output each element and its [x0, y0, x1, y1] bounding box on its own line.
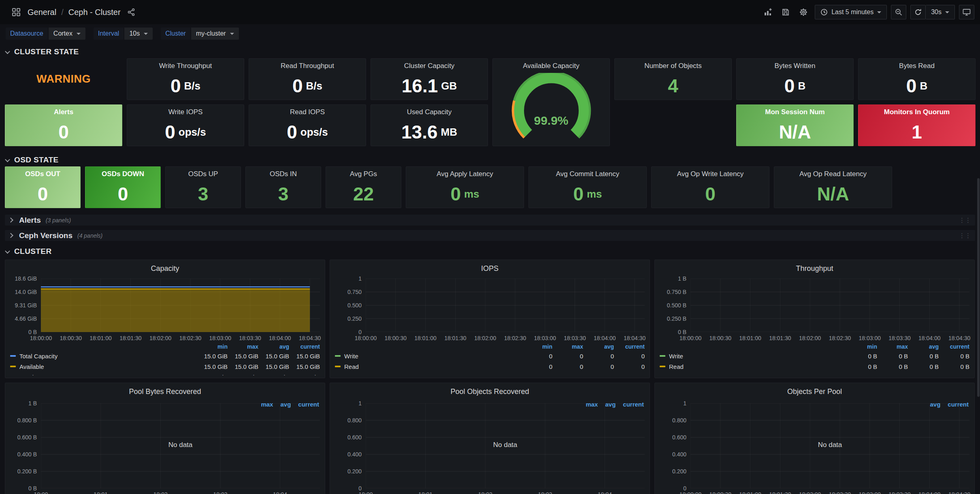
panel-title[interactable]: OSDs OUT — [5, 167, 80, 180]
legend-column-avg[interactable]: avg — [605, 401, 616, 408]
save-dashboard-icon[interactable] — [778, 5, 793, 19]
refresh-icon[interactable] — [910, 5, 926, 19]
section-cluster-state[interactable]: CLUSTER STATE — [6, 46, 974, 57]
stat-number: 3 — [198, 185, 209, 203]
legend-column-max[interactable]: max — [261, 401, 273, 408]
zoom-out-time-icon[interactable] — [891, 5, 906, 19]
panel-title[interactable]: Used Capacity — [371, 105, 488, 118]
section-ceph-versions-collapsed[interactable]: Ceph Versions (4 panels) ⋮⋮ — [5, 230, 975, 241]
drag-handle-icon[interactable]: ⋮⋮ — [959, 217, 971, 224]
legend-series-used[interactable]: Used13.0 MiB13.6 MiB13.3 MiB13.6 MiB — [10, 372, 320, 375]
legend-series-available[interactable]: Available15.0 GiB15.0 GiB15.0 GiB15.0 Gi… — [10, 361, 320, 372]
series-color-swatch — [660, 355, 665, 357]
section-cluster[interactable]: CLUSTER — [6, 246, 974, 257]
legend-column-current[interactable]: current — [614, 343, 645, 350]
panel-title[interactable]: Avg Apply Latency — [406, 167, 524, 180]
section-title: Alerts — [19, 216, 41, 225]
scrollbar-thumb[interactable] — [977, 178, 980, 397]
chart-plot-area[interactable] — [41, 279, 320, 332]
navbar-actions: Last 5 minutes 30s — [757, 5, 974, 19]
x-axis-label: 18:00:00 — [25, 335, 57, 341]
legend-series-read[interactable]: Read0000 — [335, 361, 645, 372]
add-panel-icon[interactable] — [761, 5, 775, 19]
panel-title[interactable]: Bytes Written — [737, 59, 853, 72]
panel-title[interactable]: IOPS — [330, 260, 650, 276]
panel-title[interactable]: Write Throughput — [127, 59, 244, 72]
panel-title[interactable]: OSDs UP — [166, 167, 241, 180]
legend-column-max[interactable]: max — [586, 401, 598, 408]
legend-series-write[interactable]: Write0000 — [335, 351, 645, 361]
panel-title[interactable]: OSDs DOWN — [85, 167, 160, 180]
panel-title[interactable]: Throughput — [655, 260, 974, 276]
x-axis-label: 18:02:00 — [144, 335, 177, 341]
legend-series-read[interactable]: Read0 B0 B0 B0 B — [660, 361, 969, 372]
chart-plot-area[interactable] — [366, 279, 645, 332]
panel-title[interactable]: Objects Per Pool — [655, 383, 974, 399]
legend-column-max[interactable]: max — [877, 343, 908, 350]
breadcrumb-dashboard[interactable]: Ceph - Cluster — [68, 8, 121, 17]
x-axis-label: 18:03 — [204, 491, 236, 494]
panel-title[interactable]: Write IOPS — [127, 105, 244, 118]
legend-series-write[interactable]: Write0 B0 B0 B0 B — [660, 351, 969, 361]
legend-series-total-capacity[interactable]: Total Capacity15.0 GiB15.0 GiB15.0 GiB15… — [10, 351, 320, 361]
panel-title[interactable]: Bytes Read — [859, 59, 975, 72]
panel-title[interactable]: Cluster Capacity — [371, 59, 488, 72]
legend-column-current[interactable]: current — [623, 401, 644, 408]
panel-write-iops: Write IOPS0ops/s — [127, 104, 244, 146]
panel-title[interactable]: Pool Bytes Recovered — [5, 383, 325, 399]
panel-title[interactable]: Capacity — [5, 260, 325, 276]
drag-handle-icon[interactable]: ⋮⋮ — [959, 232, 971, 239]
kiosk-mode-icon[interactable] — [959, 5, 974, 19]
panel-title[interactable]: Avg Op Write Latency — [652, 167, 769, 180]
panel-title[interactable]: Mon Session Num — [737, 105, 853, 118]
panel-title[interactable]: Read IOPS — [249, 105, 366, 118]
legend-column-avg[interactable]: avg — [583, 343, 614, 350]
stat-value: 16.1GB — [371, 72, 488, 100]
dashboard-settings-icon[interactable] — [796, 5, 811, 19]
chart-plot-area[interactable] — [690, 279, 969, 332]
panel-title[interactable]: Monitors In Quorum — [859, 105, 975, 118]
legend-column-min[interactable]: min — [197, 343, 228, 350]
y-axis-label: 0.200 — [655, 468, 686, 475]
panel-title[interactable]: Pool Objects Recovered — [330, 383, 650, 399]
legend-column-current[interactable]: current — [298, 401, 319, 408]
legend-column-current[interactable]: current — [948, 401, 969, 408]
stat-number: 0 — [38, 185, 48, 203]
panel-title[interactable]: Avg Op Read Latency — [774, 167, 892, 180]
panel-title[interactable]: Avg Commit Latency — [529, 167, 646, 180]
variable-value-dropdown[interactable]: 10s — [124, 28, 153, 40]
x-axis-label: 18:04:30 — [618, 335, 650, 341]
page-scrollbar[interactable] — [977, 24, 980, 494]
breadcrumb-folder[interactable]: General — [28, 8, 56, 17]
dashboards-grid-icon[interactable] — [9, 5, 23, 19]
variable-value-dropdown[interactable]: Cortex — [49, 28, 85, 40]
panel-title[interactable]: Avg PGs — [326, 167, 401, 180]
panel-title[interactable]: Available Capacity — [493, 59, 609, 72]
stat-number: 0 — [906, 77, 917, 95]
section-osd-state[interactable]: OSD STATE — [6, 154, 974, 166]
cluster-charts-row-2: Pool Bytes Recovered1 B0.800 B0.600 B0.4… — [5, 383, 975, 494]
legend-column-current[interactable]: current — [939, 343, 969, 350]
legend-column-min[interactable]: min — [846, 343, 877, 350]
panel-title[interactable]: OSDs IN — [246, 167, 321, 180]
legend-column-max[interactable]: max — [228, 343, 258, 350]
stat-number: 0 — [450, 185, 461, 203]
legend-column-max[interactable]: max — [552, 343, 583, 350]
legend-column-avg[interactable]: avg — [908, 343, 939, 350]
refresh-interval-picker[interactable]: 30s — [926, 5, 955, 19]
legend-column-avg[interactable]: avg — [280, 401, 291, 408]
legend-column-current[interactable]: current — [289, 343, 320, 350]
panel-title[interactable]: Number of Objects — [615, 59, 731, 72]
variable-value-dropdown[interactable]: my-cluster — [191, 28, 239, 40]
panel-title[interactable]: Read Throughput — [249, 59, 366, 72]
legend-column-avg[interactable]: avg — [930, 401, 940, 408]
legend-value: 13.6 MiB — [289, 374, 320, 376]
section-alerts-collapsed[interactable]: Alerts (3 panels) ⋮⋮ — [5, 215, 975, 226]
share-icon[interactable] — [124, 5, 138, 19]
legend-column-min[interactable]: min — [522, 343, 552, 350]
time-range-picker[interactable]: Last 5 minutes — [815, 5, 887, 19]
stat-value: 0ops/s — [249, 118, 366, 146]
panel-title[interactable]: Alerts — [5, 105, 122, 118]
time-range-label: Last 5 minutes — [831, 9, 873, 16]
legend-column-avg[interactable]: avg — [258, 343, 289, 350]
